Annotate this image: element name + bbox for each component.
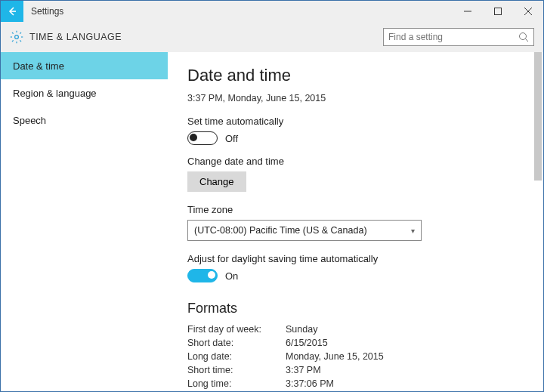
svg-line-13 — [20, 32, 21, 34]
set-time-auto-label: Set time automatically — [187, 116, 524, 127]
chevron-down-icon: ▾ — [411, 227, 415, 235]
format-row: Long date:Monday, June 15, 2015 — [187, 351, 524, 362]
sidebar-item-region-language[interactable]: Region & language — [1, 79, 168, 106]
settings-window: Settings TIME & LANGUAGE Date & time — [0, 0, 544, 392]
sidebar-item-label: Date & time — [13, 60, 64, 72]
gear-icon — [10, 30, 23, 44]
category-header: TIME & LANGUAGE — [1, 22, 543, 52]
svg-line-11 — [20, 40, 21, 42]
arrow-left-icon — [7, 6, 17, 17]
window-title: Settings — [23, 1, 71, 22]
svg-point-5 — [15, 35, 19, 39]
format-value: Monday, June 15, 2015 — [286, 351, 384, 362]
sidebar-item-speech[interactable]: Speech — [1, 106, 168, 134]
svg-line-10 — [12, 32, 14, 34]
minimize-icon — [464, 8, 471, 15]
set-time-auto-toggle[interactable] — [187, 131, 218, 145]
format-key: Long date: — [187, 351, 286, 362]
close-button[interactable] — [513, 1, 543, 22]
sidebar: Date & time Region & language Speech — [1, 52, 168, 391]
dst-auto-toggle[interactable] — [187, 269, 218, 282]
change-button[interactable]: Change — [187, 171, 246, 192]
format-row: Short time:3:37 PM — [187, 365, 524, 375]
svg-rect-2 — [495, 8, 502, 15]
minimize-button[interactable] — [453, 1, 483, 22]
page-title: Date and time — [187, 66, 524, 85]
svg-line-12 — [12, 40, 14, 42]
current-datetime: 3:37 PM, Monday, June 15, 2015 — [187, 93, 524, 103]
search-icon — [518, 32, 529, 42]
format-key: First day of week: — [187, 324, 286, 335]
format-key: Short date: — [187, 338, 286, 348]
sidebar-item-date-time[interactable]: Date & time — [1, 52, 168, 79]
search-box[interactable] — [383, 28, 534, 46]
timezone-selected-value: (UTC-08:00) Pacific Time (US & Canada) — [194, 225, 367, 236]
switch-knob-icon — [208, 271, 215, 279]
maximize-icon — [494, 8, 502, 15]
change-datetime-label: Change date and time — [187, 156, 524, 167]
category-title: TIME & LANGUAGE — [29, 32, 122, 42]
format-row: Long time:3:37:06 PM — [187, 378, 524, 389]
body: Date & time Region & language Speech Dat… — [1, 52, 543, 391]
main-panel: Date and time 3:37 PM, Monday, June 15, … — [168, 52, 543, 391]
dst-auto-state: On — [225, 270, 238, 282]
dst-auto-label: Adjust for daylight saving time automati… — [187, 253, 524, 264]
search-input[interactable] — [388, 32, 518, 42]
maximize-button[interactable] — [483, 1, 513, 22]
format-value: 3:37:06 PM — [286, 378, 334, 389]
sidebar-item-label: Region & language — [13, 88, 97, 99]
switch-knob-icon — [190, 134, 197, 141]
timezone-select[interactable]: (UTC-08:00) Pacific Time (US & Canada) ▾ — [187, 220, 422, 241]
scrollbar-thumb[interactable] — [534, 52, 542, 181]
format-key: Short time: — [187, 365, 286, 375]
close-icon — [524, 8, 532, 15]
svg-line-15 — [526, 39, 529, 42]
format-value: 3:37 PM — [286, 365, 321, 375]
timezone-label: Time zone — [187, 204, 524, 215]
format-value: 6/15/2015 — [286, 338, 328, 348]
set-time-auto-state: Off — [225, 133, 238, 144]
svg-point-14 — [520, 33, 527, 40]
scrollbar[interactable] — [533, 52, 543, 391]
formats-heading: Formats — [187, 301, 524, 316]
sidebar-item-label: Speech — [13, 115, 46, 126]
format-row: First day of week:Sunday — [187, 324, 524, 335]
format-row: Short date:6/15/2015 — [187, 338, 524, 348]
format-key: Long time: — [187, 378, 286, 389]
format-value: Sunday — [286, 324, 317, 335]
titlebar: Settings — [1, 1, 543, 22]
back-button[interactable] — [1, 1, 23, 22]
